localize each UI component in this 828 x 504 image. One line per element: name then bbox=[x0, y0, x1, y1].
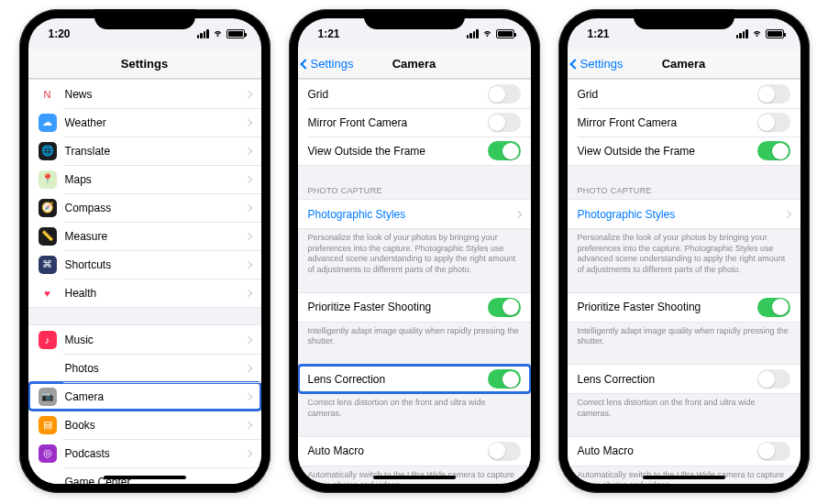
podcasts-app-icon: ◎ bbox=[39, 444, 57, 463]
photo-capture-header: PHOTO CAPTURE bbox=[298, 182, 531, 199]
auto-macro-toggle[interactable] bbox=[488, 442, 521, 461]
chevron-right-icon bbox=[244, 392, 251, 400]
lens-correction-row[interactable]: Lens Correction bbox=[298, 365, 531, 393]
photographic-styles-row[interactable]: Photographic Styles bbox=[298, 200, 531, 228]
grid-toggle[interactable] bbox=[757, 84, 790, 104]
settings-row-translate[interactable]: 🌐Translate bbox=[28, 137, 261, 165]
news-app-icon: N bbox=[39, 85, 57, 104]
settings-row-music[interactable]: ♪Music bbox=[28, 325, 261, 354]
mirror-toggle[interactable] bbox=[488, 113, 521, 132]
chevron-right-icon bbox=[244, 335, 251, 343]
settings-row-weather[interactable]: ☁Weather bbox=[28, 108, 261, 137]
row-label: Music bbox=[65, 334, 246, 346]
settings-row-maps[interactable]: 📍Maps bbox=[28, 165, 261, 193]
status-time: 1:21 bbox=[318, 27, 340, 40]
auto-macro-row[interactable]: Auto Macro bbox=[298, 437, 531, 466]
lens-correction-toggle[interactable] bbox=[757, 369, 790, 389]
row-label: Camera bbox=[65, 390, 246, 403]
chevron-right-icon bbox=[244, 289, 251, 296]
chevron-left-icon bbox=[300, 59, 310, 69]
settings-row-photos[interactable]: ✿Photos bbox=[28, 354, 261, 382]
chevron-left-icon bbox=[569, 59, 580, 69]
status-time: 1:20 bbox=[49, 27, 71, 40]
chevron-right-icon bbox=[244, 90, 251, 97]
nav-bar: Settings bbox=[28, 49, 261, 79]
wifi-icon bbox=[481, 29, 493, 38]
lens-correction-toggle[interactable] bbox=[488, 369, 521, 389]
auto-macro-toggle[interactable] bbox=[757, 442, 790, 461]
camera-settings-content[interactable]: GridMirror Front CameraView Outside the … bbox=[298, 79, 531, 484]
settings-content[interactable]: NNews☁Weather🌐Translate📍Maps🧭Compass📏Mea… bbox=[28, 79, 261, 484]
settings-row-news[interactable]: NNews bbox=[28, 80, 261, 108]
chevron-right-icon bbox=[244, 260, 251, 268]
grid-row[interactable]: Grid bbox=[298, 80, 531, 108]
prioritize-faster-shooting-label: Prioritize Faster Shooting bbox=[578, 301, 757, 313]
settings-row-measure[interactable]: 📏Measure bbox=[28, 222, 261, 250]
phone-camera-lens-on: 1:21 Settings Camera GridMirror Front Ca… bbox=[289, 9, 540, 493]
notch bbox=[634, 9, 734, 29]
mirror-row[interactable]: Mirror Front Camera bbox=[298, 108, 531, 137]
phone-camera-lens-off: 1:21 Settings Camera GridMirror Front Ca… bbox=[558, 9, 810, 493]
grid-toggle[interactable] bbox=[488, 84, 521, 104]
prioritize-faster-shooting-row[interactable]: Prioritize Faster Shooting bbox=[568, 293, 800, 322]
viewoutside-row[interactable]: View Outside the Frame bbox=[298, 137, 531, 165]
home-indicator[interactable] bbox=[104, 476, 186, 479]
mirror-label: Mirror Front Camera bbox=[308, 116, 488, 129]
chevron-right-icon bbox=[244, 449, 251, 456]
viewoutside-toggle[interactable] bbox=[757, 141, 790, 160]
viewoutside-label: View Outside the Frame bbox=[578, 145, 757, 158]
back-button[interactable]: Settings bbox=[571, 57, 624, 71]
home-indicator[interactable] bbox=[643, 476, 725, 479]
grid-label: Grid bbox=[578, 88, 757, 101]
settings-row-podcasts[interactable]: ◎Podcasts bbox=[28, 439, 261, 467]
weather-app-icon: ☁ bbox=[39, 114, 57, 132]
viewoutside-label: View Outside the Frame bbox=[308, 145, 488, 158]
battery-icon bbox=[766, 29, 784, 38]
back-button[interactable]: Settings bbox=[302, 57, 354, 71]
mirror-row[interactable]: Mirror Front Camera bbox=[568, 108, 800, 137]
auto-macro-row[interactable]: Auto Macro bbox=[568, 437, 800, 466]
prioritize-toggle[interactable] bbox=[757, 298, 790, 317]
row-label: Books bbox=[65, 419, 246, 432]
lens-footer: Correct lens distortion on the front and… bbox=[568, 394, 800, 419]
notch bbox=[364, 9, 465, 29]
mirror-toggle[interactable] bbox=[757, 113, 790, 132]
settings-row-health[interactable]: ♥Health bbox=[28, 279, 261, 307]
lens-correction-label: Lens Correction bbox=[308, 373, 488, 386]
home-indicator[interactable] bbox=[373, 476, 456, 479]
settings-row-books[interactable]: ▤Books bbox=[28, 411, 261, 439]
mirror-label: Mirror Front Camera bbox=[578, 116, 757, 129]
row-label: Shortcuts bbox=[65, 258, 246, 271]
wifi-icon bbox=[751, 29, 763, 38]
prioritize-faster-shooting-label: Prioritize Faster Shooting bbox=[308, 301, 488, 313]
chevron-right-icon bbox=[244, 175, 251, 182]
settings-row-shortcuts[interactable]: ⌘Shortcuts bbox=[28, 250, 261, 279]
camera-settings-content[interactable]: GridMirror Front CameraView Outside the … bbox=[568, 79, 800, 484]
row-label: Podcasts bbox=[65, 447, 246, 460]
photo-capture-header: PHOTO CAPTURE bbox=[568, 182, 800, 199]
grid-row[interactable]: Grid bbox=[568, 80, 800, 108]
signal-icon bbox=[736, 29, 748, 38]
photos-app-icon: ✿ bbox=[39, 359, 57, 378]
prioritize-toggle[interactable] bbox=[488, 298, 521, 317]
health-app-icon: ♥ bbox=[39, 284, 57, 302]
shortcuts-app-icon: ⌘ bbox=[39, 256, 57, 274]
viewoutside-row[interactable]: View Outside the Frame bbox=[568, 137, 800, 165]
prioritize-faster-shooting-row[interactable]: Prioritize Faster Shooting bbox=[298, 293, 531, 322]
auto-macro-label: Auto Macro bbox=[578, 444, 757, 457]
viewoutside-toggle[interactable] bbox=[488, 141, 521, 160]
row-label: News bbox=[65, 88, 246, 101]
chevron-right-icon bbox=[513, 210, 521, 217]
row-label: Photos bbox=[65, 362, 246, 375]
photographic-styles-row[interactable]: Photographic Styles bbox=[568, 200, 800, 228]
settings-row-camera[interactable]: 📷Camera bbox=[28, 382, 261, 411]
settings-list-apps2: ♪Music✿Photos📷Camera▤Books◎Podcasts✽Game… bbox=[28, 324, 261, 484]
chevron-right-icon bbox=[244, 477, 251, 484]
back-label: Settings bbox=[580, 57, 624, 71]
nav-title: Camera bbox=[662, 57, 706, 71]
chevron-right-icon bbox=[244, 364, 251, 371]
lens-correction-row[interactable]: Lens Correction bbox=[568, 365, 800, 393]
settings-row-compass[interactable]: 🧭Compass bbox=[28, 193, 261, 222]
wifi-icon bbox=[212, 29, 224, 38]
battery-icon bbox=[496, 29, 514, 38]
